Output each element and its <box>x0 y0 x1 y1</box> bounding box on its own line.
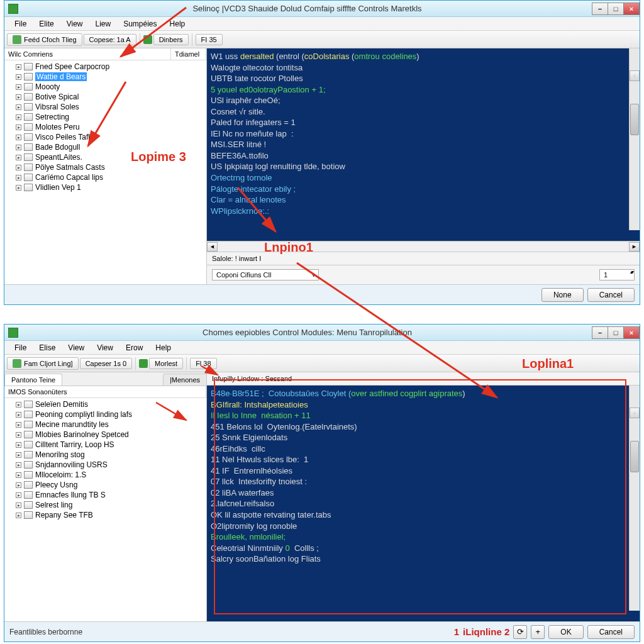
none-button[interactable]: None <box>541 288 584 302</box>
toolbar-btn-3[interactable]: Dinbers <box>153 34 189 45</box>
menu-view[interactable]: View <box>91 342 119 353</box>
tree-item[interactable]: ▸Pleecy Usng <box>4 480 206 490</box>
tree-item[interactable]: ▸Vlidlien Vep 1 <box>4 182 206 192</box>
tree-item[interactable]: ▸Pölye Satmals Casts <box>4 162 206 172</box>
menu-erow[interactable]: Erow <box>119 342 149 353</box>
tree[interactable]: ▸Seleïen Demitis▸Peoning compliytl lindi… <box>4 398 206 621</box>
expand-icon[interactable]: ▸ <box>16 402 21 408</box>
scroll-thumb[interactable] <box>630 104 639 135</box>
node-icon <box>24 184 33 191</box>
tree-item[interactable]: ▸Mecine marundtity les <box>4 419 206 430</box>
tree-item[interactable]: ▸Carïémo Capcal lips <box>4 172 206 182</box>
tree-item[interactable]: ▸Selrest ling <box>4 500 206 510</box>
expand-icon[interactable]: ▸ <box>16 412 21 418</box>
expand-icon[interactable]: ▸ <box>16 442 21 448</box>
minimize-button[interactable]: – <box>592 3 608 15</box>
horizontal-scrollbar[interactable]: ◄ ► <box>207 241 640 252</box>
expand-icon[interactable]: ▸ <box>16 125 21 130</box>
tree-item[interactable]: ▸Repany See TFB <box>4 510 206 520</box>
expand-icon[interactable]: ▸ <box>16 94 21 100</box>
gear-icon[interactable] <box>139 359 148 368</box>
expand-icon[interactable]: ▸ <box>16 482 21 488</box>
scroll-left-icon[interactable]: ◄ <box>207 242 218 252</box>
tree-item[interactable]: ▸Botive Spical <box>4 92 206 102</box>
expand-icon[interactable]: ▸ <box>16 432 21 438</box>
menu-liew[interactable]: Liew <box>89 18 117 30</box>
tree-item[interactable]: ▸Setrecting <box>4 112 206 122</box>
menu-elise[interactable]: Elise <box>33 342 62 353</box>
menu-help[interactable]: Help <box>164 18 192 30</box>
expand-icon[interactable]: ▸ <box>16 513 21 518</box>
tree-item[interactable]: ▸Peoning compliytl linding lafs <box>4 409 206 419</box>
expand-icon[interactable]: ▸ <box>16 452 21 458</box>
expand-icon[interactable]: ▸ <box>16 104 21 110</box>
refresh-button[interactable]: ⟳ <box>513 625 527 639</box>
menu-sumpéies[interactable]: Sumpéies <box>117 18 163 30</box>
filter-combo[interactable]: Coponi Cifiuns Cll <box>212 269 319 280</box>
tree-item[interactable]: ▸Fned Spee Carpocrop <box>4 62 206 72</box>
expand-icon[interactable]: ▸ <box>16 165 21 170</box>
close-button[interactable]: × <box>623 3 640 15</box>
expand-icon[interactable]: ▸ <box>16 422 21 428</box>
tree-item[interactable]: ▸Snjdannoviling USRS <box>4 460 206 470</box>
expand-icon[interactable]: ▸ <box>16 492 21 498</box>
tree-item[interactable]: ▸Cilltent Tarriry, Loop HS <box>4 440 206 450</box>
close-button[interactable]: × <box>623 326 640 339</box>
cancel-button[interactable]: Cancel <box>587 625 635 639</box>
tree-item[interactable]: ▸Menorilng stog <box>4 450 206 460</box>
gear-icon[interactable] <box>143 35 152 44</box>
scroll-up-icon[interactable]: ▲ <box>630 408 640 418</box>
expand-icon[interactable]: ▸ <box>16 175 21 180</box>
tree-item[interactable]: ▸SpeantLAites. <box>4 152 206 162</box>
scroll-right-icon[interactable]: ► <box>629 242 640 252</box>
tree-item[interactable]: ▸Bade Bdogull <box>4 142 206 152</box>
toolbar-btn-4[interactable]: Fl 38 <box>190 358 216 369</box>
vertical-scrollbar[interactable]: ▲ <box>629 48 640 230</box>
toolbar-btn-3[interactable]: Morlest <box>149 358 183 369</box>
ok-button[interactable]: OK <box>548 625 583 639</box>
menu-view[interactable]: View <box>60 18 89 30</box>
expand-icon[interactable]: ▸ <box>16 145 21 150</box>
menu-file[interactable]: File <box>8 342 33 353</box>
tree-item[interactable]: ▸Moooty <box>4 82 206 92</box>
expand-icon[interactable]: ▸ <box>16 114 21 120</box>
tab-pantono[interactable]: Pantono Teine <box>4 374 62 386</box>
tree-item[interactable]: ▸Vibsral Soles <box>4 102 206 112</box>
tree-item[interactable]: ▸Mlloceloim: 1.S <box>4 470 206 480</box>
expand-icon[interactable]: ▸ <box>16 84 21 90</box>
toolbar-btn-1[interactable]: Feéd Cfoch Tlieg <box>7 33 82 46</box>
toolbar-btn-2[interactable]: Copese: 1a A <box>84 34 136 45</box>
expand-icon[interactable]: ▸ <box>16 502 21 508</box>
expand-icon[interactable]: ▸ <box>16 135 21 140</box>
toolbar-btn-1[interactable]: Fam Cljort Ling] <box>7 357 79 370</box>
tree-item[interactable]: ▸Visco Peiles Tafl <box>4 132 206 142</box>
expand-icon[interactable]: ▸ <box>16 64 21 70</box>
tree-item[interactable]: ▸Mlobies Barinolney Spetced <box>4 430 206 440</box>
vertical-scrollbar[interactable]: ▲ <box>629 386 640 611</box>
tree-item[interactable]: ▸Seleïen Demitis <box>4 399 206 409</box>
toolbar-btn-4[interactable]: FI 35 <box>196 34 223 45</box>
cancel-button[interactable]: Cancel <box>587 288 635 302</box>
expand-icon[interactable]: ▸ <box>16 472 21 478</box>
toolbar-btn-2[interactable]: Capeser 1s 0 <box>80 358 132 369</box>
add-button[interactable]: + <box>531 625 545 639</box>
expand-icon[interactable]: ▸ <box>16 74 21 80</box>
scroll-thumb[interactable] <box>630 441 639 472</box>
maximize-button[interactable]: □ <box>608 326 624 339</box>
menu-view[interactable]: View <box>62 342 91 353</box>
expand-icon[interactable]: ▸ <box>16 462 21 468</box>
scroll-up-icon[interactable]: ▲ <box>630 70 640 81</box>
menu-file[interactable]: File <box>8 18 33 30</box>
expand-icon[interactable]: ▸ <box>16 185 21 191</box>
tree-item[interactable]: ▸Emnacfes llung TB S <box>4 490 206 500</box>
maximize-button[interactable]: □ <box>608 3 624 15</box>
expand-icon[interactable]: ▸ <box>16 155 21 160</box>
menu-elite[interactable]: Elite <box>33 18 60 30</box>
tree-item[interactable]: ▸Molotes Peru <box>4 122 206 132</box>
count-spinner[interactable]: 1 <box>599 269 635 280</box>
tree-item[interactable]: ▸Wattie d Bears <box>4 72 206 82</box>
menu-help[interactable]: Help <box>149 342 177 353</box>
minimize-button[interactable]: – <box>592 326 608 339</box>
tree[interactable]: ▸Fned Spee Carpocrop▸Wattie d Bears▸Mooo… <box>4 60 206 284</box>
tab-menones[interactable]: |Menones <box>163 374 207 386</box>
